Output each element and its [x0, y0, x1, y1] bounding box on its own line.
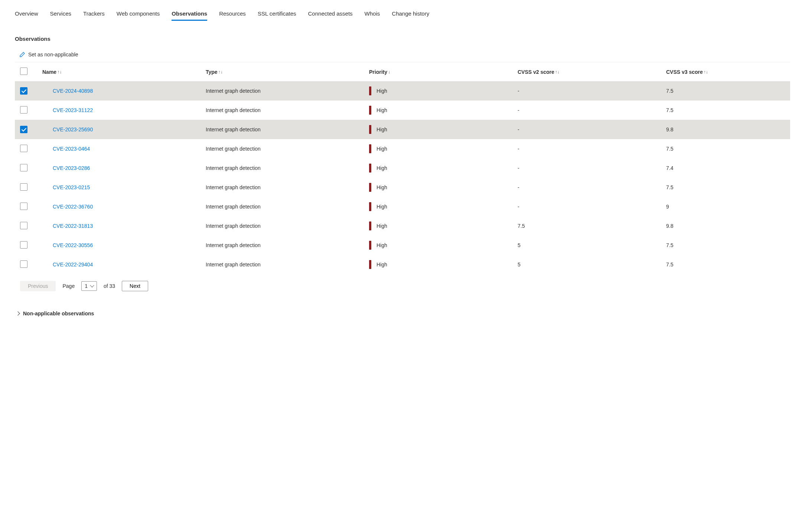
tab-observations[interactable]: Observations	[172, 7, 207, 21]
priority-label: High	[377, 242, 387, 248]
page-current: 1	[85, 283, 88, 289]
cvss-v3-cell: 7.5	[666, 184, 785, 190]
cvss-v2-cell: -	[518, 184, 666, 190]
cve-link[interactable]: CVE-2024-40898	[42, 88, 206, 94]
cvss-v2-cell: 5	[518, 262, 666, 267]
priority-label: High	[377, 184, 387, 190]
row-checkbox[interactable]	[20, 164, 27, 171]
sort-icon: ↑↓	[704, 69, 708, 75]
action-bar: Set as non-applicable	[15, 49, 790, 62]
tab-overview[interactable]: Overview	[15, 7, 38, 21]
row-checkbox[interactable]	[20, 87, 27, 95]
column-cvss-v2[interactable]: CVSS v2 score ↑↓	[518, 69, 666, 75]
column-cvss3-label: CVSS v3 score	[666, 69, 703, 75]
cvss-v3-cell: 9.8	[666, 223, 785, 229]
cvss-v2-cell: -	[518, 88, 666, 94]
row-checkbox[interactable]	[20, 106, 27, 114]
cvss-v3-cell: 7.5	[666, 146, 785, 152]
tab-connected-assets[interactable]: Connected assets	[308, 7, 353, 21]
select-all-checkbox-cell	[20, 68, 42, 76]
type-cell: Internet graph detection	[206, 204, 369, 210]
cvss-v2-cell: -	[518, 146, 666, 152]
checkbox-cell	[20, 222, 42, 230]
cvss-v3-cell: 7.4	[666, 165, 785, 171]
column-type[interactable]: Type ↑↓	[206, 69, 369, 75]
row-checkbox[interactable]	[20, 260, 27, 268]
cve-link[interactable]: CVE-2023-25690	[42, 127, 206, 132]
cve-link[interactable]: CVE-2022-29404	[42, 262, 206, 267]
top-tabs: Overview Services Trackers Web component…	[15, 7, 790, 21]
tab-web-components[interactable]: Web components	[117, 7, 160, 21]
priority-label: High	[377, 107, 387, 113]
select-all-checkbox[interactable]	[20, 68, 27, 75]
priority-indicator	[369, 106, 371, 115]
priority-cell: High	[369, 260, 518, 269]
priority-label: High	[377, 165, 387, 171]
column-cvss2-label: CVSS v2 score	[518, 69, 554, 75]
checkbox-cell	[20, 260, 42, 269]
cve-link[interactable]: CVE-2022-31813	[42, 223, 206, 229]
column-name-label: Name	[42, 69, 56, 75]
row-checkbox[interactable]	[20, 183, 27, 191]
priority-indicator	[369, 144, 371, 153]
priority-label: High	[377, 204, 387, 210]
set-non-applicable-button[interactable]: Set as non-applicable	[28, 52, 78, 58]
priority-label: High	[377, 223, 387, 229]
priority-cell: High	[369, 106, 518, 115]
priority-cell: High	[369, 221, 518, 230]
type-cell: Internet graph detection	[206, 88, 369, 94]
priority-label: High	[377, 262, 387, 267]
row-checkbox[interactable]	[20, 126, 27, 133]
tab-change-history[interactable]: Change history	[392, 7, 429, 21]
next-button[interactable]: Next	[122, 281, 148, 291]
priority-indicator	[369, 164, 371, 173]
column-priority[interactable]: Priority ↓	[369, 69, 518, 75]
priority-indicator	[369, 125, 371, 134]
page-label: Page	[62, 283, 75, 289]
cve-link[interactable]: CVE-2023-0464	[42, 146, 206, 152]
sort-icon: ↑↓	[57, 69, 62, 75]
tab-whois[interactable]: Whois	[365, 7, 380, 21]
cvss-v2-cell: -	[518, 165, 666, 171]
type-cell: Internet graph detection	[206, 262, 369, 267]
priority-cell: High	[369, 125, 518, 134]
priority-cell: High	[369, 202, 518, 211]
cve-link[interactable]: CVE-2022-30556	[42, 242, 206, 248]
checkbox-cell	[20, 145, 42, 153]
observations-table: Name ↑↓ Type ↑↓ Priority ↓ CVSS v2 score…	[15, 62, 790, 274]
checkbox-cell	[20, 106, 42, 115]
row-checkbox[interactable]	[20, 145, 27, 152]
cvss-v2-cell: 7.5	[518, 223, 666, 229]
type-cell: Internet graph detection	[206, 242, 369, 248]
tab-ssl-certificates[interactable]: SSL certificates	[258, 7, 296, 21]
sort-icon: ↓	[388, 69, 390, 75]
table-row: CVE-2023-31122Internet graph detectionHi…	[15, 101, 790, 120]
cve-link[interactable]: CVE-2022-36760	[42, 204, 206, 210]
tab-services[interactable]: Services	[50, 7, 72, 21]
tab-trackers[interactable]: Trackers	[83, 7, 105, 21]
row-checkbox[interactable]	[20, 222, 27, 229]
row-checkbox[interactable]	[20, 241, 27, 249]
chevron-right-icon	[16, 311, 20, 315]
column-name[interactable]: Name ↑↓	[42, 69, 206, 75]
section-title: Observations	[15, 36, 790, 42]
previous-button[interactable]: Previous	[20, 281, 56, 291]
page-select[interactable]: 1	[81, 281, 97, 291]
priority-indicator	[369, 221, 371, 230]
table-row: CVE-2023-0215Internet graph detectionHig…	[15, 178, 790, 197]
priority-label: High	[377, 146, 387, 152]
priority-cell: High	[369, 183, 518, 192]
table-row: CVE-2023-0286Internet graph detectionHig…	[15, 158, 790, 178]
priority-cell: High	[369, 144, 518, 153]
priority-cell: High	[369, 86, 518, 95]
tab-resources[interactable]: Resources	[219, 7, 246, 21]
non-applicable-section-toggle[interactable]: Non-applicable observations	[15, 307, 790, 320]
checkbox-cell	[20, 87, 42, 95]
cve-link[interactable]: CVE-2023-0215	[42, 184, 206, 190]
checkbox-cell	[20, 183, 42, 192]
cve-link[interactable]: CVE-2023-0286	[42, 165, 206, 171]
cve-link[interactable]: CVE-2023-31122	[42, 107, 206, 113]
cvss-v3-cell: 7.5	[666, 88, 785, 94]
column-cvss-v3[interactable]: CVSS v3 score ↑↓	[666, 69, 785, 75]
row-checkbox[interactable]	[20, 203, 27, 210]
